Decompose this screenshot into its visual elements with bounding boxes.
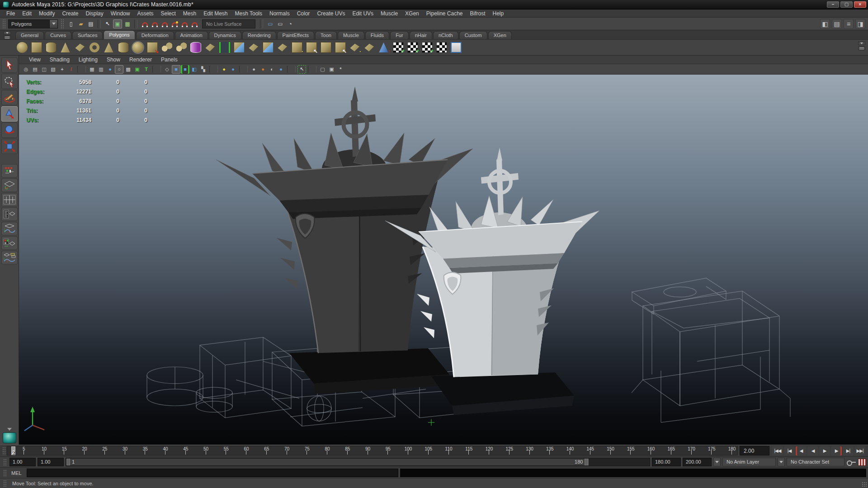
menu-item[interactable]: Bifrost — [467, 10, 489, 17]
anim-layer-dropdown-button[interactable] — [713, 458, 721, 466]
occlusion-icon[interactable]: ● — [259, 65, 267, 74]
new-scene-icon[interactable]: ▯ — [66, 19, 75, 28]
single-pane-layout-button[interactable] — [1, 178, 18, 192]
minimize-button[interactable]: – — [827, 1, 839, 8]
group-divider[interactable] — [134, 19, 137, 28]
viewport-canvas[interactable]: Verts: 5958 0 0 Edges: 12271 0 0 Faces: — [19, 75, 868, 445]
separate-icon[interactable] — [203, 41, 217, 54]
time-slider-grip[interactable] — [2, 446, 6, 455]
live-surface-field[interactable]: No Live Surface — [202, 19, 255, 28]
step-back-frame-button[interactable]: |◀ — [784, 446, 795, 455]
playback-start-field[interactable]: 1.00 — [38, 458, 64, 466]
current-frame-marker[interactable]: 2 — [11, 446, 15, 455]
hypershade-pane-layout-button[interactable] — [1, 236, 18, 250]
range-end-handle[interactable] — [585, 459, 588, 465]
toolbar-divider[interactable] — [152, 66, 161, 73]
command-line-label[interactable]: MEL — [9, 470, 25, 476]
play-forwards-button[interactable]: ▶ — [819, 446, 830, 455]
shelf-tab[interactable]: Custom — [459, 31, 487, 39]
two-d-pan-zoom-icon[interactable]: + — [58, 65, 66, 74]
current-time-field[interactable]: 2.00 — [740, 446, 769, 455]
combine-icon[interactable] — [175, 41, 188, 54]
toolbox-collapse-icon[interactable] — [7, 428, 12, 431]
append-polygon-icon[interactable] — [276, 41, 289, 54]
poly-platonic-icon[interactable] — [131, 41, 144, 54]
poly-pipe-icon[interactable] — [117, 41, 130, 54]
menu-item[interactable]: Display — [82, 10, 107, 17]
go-to-start-button[interactable]: |◀◀ — [772, 446, 783, 455]
menu-item[interactable]: XGen — [401, 10, 423, 17]
uv-planar-projection-icon[interactable]: ↗ — [406, 41, 419, 54]
open-scene-icon[interactable]: ▰ — [76, 19, 85, 28]
auto-keyframe-icon[interactable] — [846, 459, 856, 466]
shelf-tab[interactable]: Toon — [315, 31, 337, 39]
safe-title-icon[interactable]: T — [142, 65, 151, 74]
command-line-grip[interactable] — [3, 469, 7, 477]
menu-item[interactable]: Mesh Tools — [231, 10, 266, 17]
bevel-icon[interactable] — [261, 41, 274, 54]
node-editor-layout-button[interactable] — [1, 164, 18, 178]
bridge-icon[interactable] — [247, 41, 260, 54]
status-line-grip[interactable] — [2, 19, 6, 29]
isolate-select-icon[interactable]: ↖ — [297, 65, 306, 74]
menu-item[interactable]: Window — [107, 10, 134, 17]
xray-active-icon[interactable]: ▣ — [327, 65, 336, 74]
animation-preferences-icon[interactable] — [858, 459, 866, 466]
status-group-grip[interactable] — [60, 19, 64, 29]
plugin-shapes-icon[interactable]: * — [336, 65, 345, 74]
uv-grid-icon[interactable] — [435, 41, 448, 54]
motion-blur-icon[interactable]: ◐ — [268, 65, 276, 74]
make-live-icon[interactable] — [190, 19, 199, 28]
panel-menu-item[interactable]: Show — [102, 56, 125, 63]
time-slider[interactable]: 5 10 15 20 25 30 — [7, 446, 738, 455]
uv-texture-icon[interactable] — [189, 41, 202, 54]
rotate-tool[interactable] — [1, 122, 18, 138]
snap-view-plane-icon[interactable] — [180, 19, 189, 28]
poly-cube-icon[interactable] — [30, 41, 43, 54]
shelf-tab[interactable]: Muscle — [338, 31, 364, 39]
extrude-icon[interactable] — [232, 41, 245, 54]
xray-icon[interactable]: ▢ — [318, 65, 327, 74]
camera-attributes-icon[interactable]: ▤ — [31, 65, 39, 74]
default-lighting-icon[interactable]: ● — [220, 65, 228, 74]
panel-menu-item[interactable]: View — [24, 56, 45, 63]
poly-sphere-icon[interactable] — [15, 41, 28, 54]
pane-graph-layout-button[interactable] — [1, 222, 18, 235]
poly-cylinder-icon[interactable] — [44, 41, 57, 54]
camera-bookmarks-icon[interactable]: ◫ — [40, 65, 48, 74]
wedge-icon[interactable] — [363, 41, 376, 54]
toolbar-divider[interactable] — [77, 66, 86, 73]
panel-menu-item[interactable]: Shading — [45, 56, 74, 63]
wireframe-structure-right[interactable] — [632, 278, 790, 422]
attribute-editor-icon[interactable]: ▤ — [832, 19, 842, 29]
grid-icon[interactable]: ▦ — [88, 65, 96, 74]
textured-icon[interactable]: ◧ — [190, 65, 198, 74]
shelf-tab[interactable]: Animation — [175, 31, 208, 39]
shelf-tab[interactable]: Polygons — [104, 30, 135, 39]
range-slider-bar[interactable]: 1 180 — [66, 459, 589, 465]
title-bar[interactable]: Autodesk Maya 2015: G:\Projects\3D Graph… — [0, 0, 868, 9]
maximize-button[interactable]: ▢ — [840, 1, 853, 8]
window-resize-grip[interactable] — [862, 482, 867, 487]
resolution-gate-icon[interactable]: ● — [106, 65, 114, 74]
uv-cut-icon[interactable]: ↗ — [420, 41, 434, 54]
grease-pencil-icon[interactable]: / — [67, 65, 75, 74]
shelf-tab[interactable]: nCloth — [433, 31, 458, 39]
shelf-editor-button[interactable] — [858, 47, 865, 50]
help-line-grip[interactable] — [3, 479, 7, 487]
poke-icon[interactable]: · — [348, 41, 361, 54]
poly-cone-icon[interactable] — [59, 41, 72, 54]
character-set-field[interactable]: No Character Set — [787, 458, 844, 466]
shelf-tab[interactable]: PaintEffects — [277, 31, 315, 39]
image-plane-icon[interactable]: ▧ — [49, 65, 57, 74]
poly-pyramid-icon[interactable] — [102, 41, 115, 54]
poly-torus-icon[interactable] — [88, 41, 101, 54]
shelf-tab-arrow-button[interactable] — [4, 31, 11, 35]
quad-draw-icon[interactable]: ↖ — [334, 41, 347, 54]
wireframe-icon[interactable]: ◇ — [163, 65, 171, 74]
sculpt-icon[interactable]: ↑ — [377, 41, 390, 54]
select-hierarchy-icon[interactable]: ↖ — [103, 19, 112, 28]
go-to-end-button[interactable]: ▶▶| — [854, 446, 865, 455]
shelf-tab[interactable]: Curves — [45, 31, 71, 39]
select-component-icon[interactable]: ▦ — [123, 19, 132, 28]
